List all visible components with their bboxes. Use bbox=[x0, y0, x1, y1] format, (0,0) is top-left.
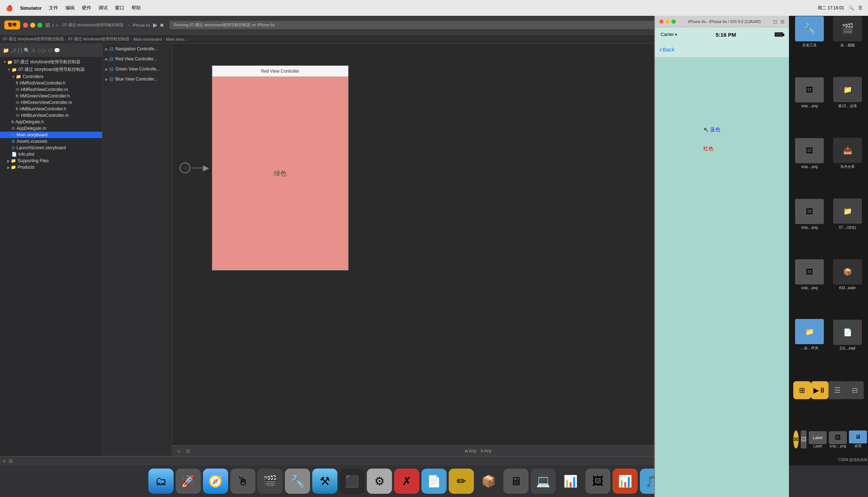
dock-generic1[interactable]: 📦 bbox=[476, 469, 501, 494]
menubar-search-icon[interactable]: 🔍 bbox=[849, 5, 854, 10]
tree-root-folder[interactable]: ▼ 📁 07-通过 storyboard使用导航控制器 bbox=[0, 58, 102, 66]
snip-item-bottom[interactable]: 🖼 snip....png bbox=[829, 431, 847, 448]
canvas-nav-back[interactable]: ◁ bbox=[177, 448, 180, 453]
tree-products[interactable]: ▶ 📁 Products bbox=[0, 164, 102, 170]
menu-hardware[interactable]: 硬件 bbox=[82, 5, 91, 11]
dock-prefs[interactable]: ⚙ bbox=[367, 469, 392, 494]
sidebar-icon[interactable]: ⊟ bbox=[846, 381, 864, 399]
dock-sourcetree-red[interactable]: ✗ bbox=[394, 469, 419, 494]
pause-button[interactable]: 暂停 bbox=[4, 20, 20, 29]
tree-file-assets[interactable]: ⊞ Assets.xcassets bbox=[0, 138, 102, 145]
tree-sub-folder[interactable]: ▼ 📁 07-通过 storyboard使用导航控制器 bbox=[0, 66, 102, 73]
search-nav-icon[interactable]: 🔍 bbox=[24, 47, 30, 53]
menu-help[interactable]: 帮助 bbox=[131, 5, 141, 11]
ios-back-button[interactable]: ‹ Back bbox=[659, 46, 675, 54]
tree-supporting-files[interactable]: ▶ 📁 Supporting Files bbox=[0, 158, 102, 164]
desktop-item-10[interactable]: 📁 …会…件夹 bbox=[792, 306, 827, 364]
tree-controllers-folder[interactable]: ▼ 📁 Controllers bbox=[0, 73, 102, 80]
tree-file-4[interactable]: h HMBlueViewController.h bbox=[0, 106, 102, 112]
zoom-button[interactable] bbox=[37, 23, 42, 28]
nav-back-icon[interactable]: ‹ bbox=[52, 22, 54, 28]
dock-monitor[interactable]: 🖥 bbox=[503, 469, 528, 494]
dock-launchpad[interactable]: 🚀 bbox=[176, 469, 201, 494]
desktop-item-4[interactable]: 🖼 snip....png bbox=[792, 124, 827, 182]
close-button[interactable] bbox=[23, 23, 28, 28]
tree-file-launch[interactable]: ⊟ LaunchScreen.storyboard bbox=[0, 145, 102, 151]
dock-monitor2[interactable]: 💻 bbox=[531, 469, 556, 494]
scene-red-vc[interactable]: ▶ ⊟ Red View Controller... bbox=[102, 54, 172, 64]
tree-file-appdelegate-h[interactable]: h AppDelegate.h bbox=[0, 119, 102, 125]
tree-file-0[interactable]: h HMRedViewController.h bbox=[0, 80, 102, 86]
tree-file-1[interactable]: m HMRedViewController.m bbox=[0, 86, 102, 93]
tree-file-appdelegate-m[interactable]: m AppDelegate.m bbox=[0, 125, 102, 132]
desktop-item-7[interactable]: 📁 07…(优化) bbox=[830, 185, 865, 243]
snip-icon-bottom[interactable]: 🖼 bbox=[801, 430, 807, 448]
scene-green-vc[interactable]: ▶ ⊟ Green View Controlle... bbox=[102, 64, 172, 74]
canvas-zoom-icon[interactable]: ⊡ bbox=[186, 448, 190, 453]
dock-mouse[interactable]: 🖱 bbox=[230, 469, 255, 494]
file-nav-icon[interactable]: 📁 bbox=[3, 47, 9, 53]
grid-icon[interactable]: ⊞ bbox=[45, 22, 50, 28]
dock-finder[interactable]: 🗂 bbox=[148, 469, 174, 494]
desktop-item-6[interactable]: 🖼 snip....png bbox=[792, 185, 827, 243]
minimize-button[interactable] bbox=[30, 23, 35, 28]
test-nav-icon[interactable]: ◇ bbox=[37, 47, 41, 53]
media-icon[interactable]: ▶⏸ bbox=[811, 381, 828, 399]
menu-file[interactable]: 文件 bbox=[49, 5, 58, 11]
nav-fwd-icon[interactable]: › bbox=[56, 22, 58, 28]
list-icon[interactable]: ☰ bbox=[828, 381, 846, 399]
menu-edit[interactable]: 编辑 bbox=[65, 5, 75, 11]
red-vc-frame[interactable]: Red View Controller 绿色 bbox=[212, 65, 348, 270]
dock-monitor3[interactable]: 📊 bbox=[558, 469, 583, 494]
desktop-item-5[interactable]: 📤 车丹分享 bbox=[830, 124, 865, 182]
desktop-item-3[interactable]: 📁 第13…业准 bbox=[830, 64, 865, 122]
dock-terminal[interactable]: ⬛ bbox=[340, 469, 365, 494]
sim-zoom[interactable] bbox=[671, 19, 676, 24]
tree-file-5[interactable]: m HMBlueViewController.m bbox=[0, 112, 102, 119]
desktop-item-2[interactable]: 🖼 snip....png bbox=[792, 64, 827, 122]
run-icon[interactable]: ▶ bbox=[153, 22, 157, 28]
desktop-item-11[interactable]: 📄 ZJL...etail bbox=[830, 306, 865, 364]
apple-logo[interactable]: 🍎 bbox=[6, 5, 13, 12]
menubar-menu-icon[interactable]: ☰ bbox=[858, 5, 862, 10]
source-ctrl-icon[interactable]: ⎇ bbox=[10, 47, 16, 53]
menu-simulator[interactable]: Simulator bbox=[20, 5, 42, 11]
dock-video[interactable]: 🎬 bbox=[258, 469, 283, 494]
bc-1[interactable]: 07-通过 storyboard使用导航控制器 bbox=[3, 36, 64, 42]
tree-file-main-storyboard[interactable]: ⊟ Main.storyboard bbox=[0, 132, 102, 138]
tree-file-info-plist[interactable]: 📄 Info.plist bbox=[0, 151, 102, 158]
symbol-nav-icon[interactable]: { } bbox=[18, 47, 22, 53]
desktop-item-bottom[interactable]: 🖥 桌面 bbox=[849, 430, 867, 448]
dock-build[interactable]: 🔧 bbox=[285, 469, 310, 494]
grid-apps-icon[interactable]: ⊞ bbox=[793, 381, 811, 399]
dock-xcode[interactable]: ⚒ bbox=[312, 469, 337, 494]
sim-minimize[interactable] bbox=[665, 19, 670, 24]
scene-blue-vc[interactable]: ▶ ⊟ Blue View Controller... bbox=[102, 74, 172, 84]
tree-file-3[interactable]: m HMGreenViewController.m bbox=[0, 99, 102, 106]
sim-fullscreen-icon[interactable]: ⊞ bbox=[780, 19, 785, 24]
stop-icon[interactable]: ■ bbox=[160, 22, 164, 28]
menu-debug[interactable]: 调试 bbox=[98, 5, 108, 11]
desktop-item-9[interactable]: 📦 KSI...aster bbox=[830, 246, 865, 303]
filter-icon[interactable]: ⊙ bbox=[9, 458, 13, 464]
dock-doc[interactable]: 📄 bbox=[421, 469, 447, 494]
scene-nav-controller[interactable]: ▶ ⊟ Navigation Controlle... bbox=[102, 44, 172, 54]
sim-close[interactable] bbox=[659, 19, 664, 24]
orange-circle-icon[interactable]: ✉ bbox=[793, 430, 799, 448]
bc-4[interactable]: Main.story... bbox=[166, 37, 187, 41]
menu-window[interactable]: 窗口 bbox=[115, 5, 124, 11]
dock-monitor4[interactable]: 🖼 bbox=[585, 469, 610, 494]
dock-safari[interactable]: 🧭 bbox=[203, 469, 228, 494]
dock-pen[interactable]: ✏ bbox=[449, 469, 474, 494]
log-icon[interactable]: 💬 bbox=[54, 47, 60, 53]
tree-file-2[interactable]: h HMGreenViewController.h bbox=[0, 93, 102, 99]
bc-3[interactable]: Main.storyboard bbox=[133, 37, 162, 41]
add-file-icon[interactable]: + bbox=[3, 458, 6, 464]
bc-2[interactable]: 07-通过 storyboard使用导航控制器 bbox=[68, 36, 129, 42]
dock-pptx[interactable]: 📊 bbox=[613, 469, 638, 494]
desktop-item-8[interactable]: 🖼 snip....png bbox=[792, 246, 827, 303]
issue-nav-icon[interactable]: ⚠ bbox=[31, 47, 36, 53]
label-item[interactable]: Label Label bbox=[809, 431, 827, 448]
breakpoint-icon[interactable]: ⬡ bbox=[48, 47, 52, 53]
debug-nav-icon[interactable]: ▷ bbox=[43, 47, 47, 53]
